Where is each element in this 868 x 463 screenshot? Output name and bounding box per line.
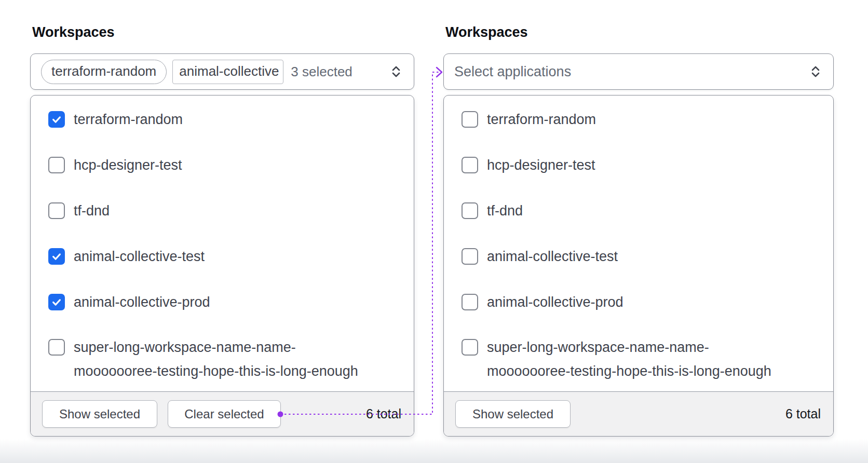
checkmark-icon — [51, 296, 62, 308]
listbox-footer: Show selected 6 total — [444, 391, 833, 436]
unfold-chevron-icon — [808, 64, 823, 79]
option-row[interactable]: hcp-designer-test — [444, 142, 833, 188]
option-row[interactable]: super-long-workspace-name-name-moooooore… — [31, 325, 414, 383]
option-label: super-long-workspace-name-name-moooooore… — [487, 335, 771, 383]
option-checkbox[interactable] — [462, 294, 478, 310]
option-label: terraform-random — [487, 107, 596, 131]
option-row[interactable]: animal-collective-prod — [444, 279, 833, 325]
option-checkbox[interactable] — [48, 294, 65, 310]
option-label: tf-dnd — [74, 199, 110, 223]
option-row[interactable]: terraform-random — [444, 97, 833, 142]
option-row[interactable]: tf-dnd — [444, 188, 833, 234]
option-checkbox[interactable] — [462, 157, 478, 173]
page-bottom-gradient — [0, 439, 868, 463]
workspaces-multiselect-right: Workspaces Select applications terraform… — [443, 0, 834, 463]
screenshot-canvas: Workspaces terraform-random animal-colle… — [0, 0, 868, 463]
field-label: Workspaces — [32, 24, 115, 40]
multiselect-trigger[interactable]: terraform-random animal-collective 3 sel… — [30, 53, 414, 90]
option-label: animal-collective-test — [487, 244, 618, 268]
field-label: Workspaces — [445, 24, 528, 40]
clear-selected-button[interactable]: Clear selected — [168, 400, 281, 428]
trigger-placeholder: Select applications — [454, 64, 571, 80]
multiselect-trigger[interactable]: Select applications — [443, 53, 834, 90]
show-selected-button[interactable]: Show selected — [42, 400, 157, 428]
option-checkbox[interactable] — [462, 111, 478, 128]
show-selected-button[interactable]: Show selected — [455, 400, 571, 428]
option-row[interactable]: tf-dnd — [31, 188, 414, 234]
listbox-footer: Show selected Clear selected 6 total — [31, 391, 414, 436]
workspaces-multiselect-left: Workspaces terraform-random animal-colle… — [30, 0, 414, 463]
option-row[interactable]: animal-collective-test — [444, 234, 833, 279]
option-checkbox[interactable] — [48, 248, 65, 265]
option-row[interactable]: terraform-random — [31, 97, 414, 142]
option-checkbox[interactable] — [462, 339, 478, 356]
option-checkbox[interactable] — [48, 111, 65, 128]
option-label: animal-collective-prod — [74, 290, 210, 314]
option-checkbox[interactable] — [462, 202, 478, 219]
option-label: hcp-designer-test — [74, 153, 182, 177]
option-checkbox[interactable] — [48, 339, 65, 356]
selected-tag: terraform-random — [41, 60, 167, 84]
options-list: terraform-random hcp-designer-test tf-dn… — [444, 96, 833, 391]
selected-count: 3 selected — [291, 64, 352, 80]
option-checkbox[interactable] — [462, 248, 478, 265]
option-row[interactable]: super-long-workspace-name-name-moooooore… — [444, 325, 833, 383]
unfold-chevron-icon — [389, 64, 403, 79]
total-count: 6 total — [366, 406, 401, 421]
option-row[interactable]: hcp-designer-test — [31, 142, 414, 188]
total-count: 6 total — [785, 406, 821, 421]
option-label: animal-collective-prod — [487, 290, 623, 314]
option-label: animal-collective-test — [74, 244, 205, 268]
option-row[interactable]: animal-collective-prod — [31, 279, 414, 325]
options-listbox: terraform-random hcp-designer-test tf-dn… — [30, 95, 414, 437]
checkmark-icon — [51, 251, 62, 262]
option-label: super-long-workspace-name-name-moooooore… — [74, 335, 358, 383]
option-checkbox[interactable] — [48, 157, 65, 173]
option-label: terraform-random — [74, 107, 183, 131]
checkmark-icon — [51, 114, 62, 125]
option-label: hcp-designer-test — [487, 153, 595, 177]
selected-tag-truncated: animal-collective — [172, 60, 283, 84]
annotation-arrowhead-icon — [437, 67, 442, 77]
option-checkbox[interactable] — [48, 202, 65, 219]
options-list: terraform-random hcp-designer-test tf-dn… — [31, 96, 414, 391]
option-label: tf-dnd — [487, 199, 523, 223]
options-listbox: terraform-random hcp-designer-test tf-dn… — [443, 95, 834, 437]
option-row[interactable]: animal-collective-test — [31, 234, 414, 279]
